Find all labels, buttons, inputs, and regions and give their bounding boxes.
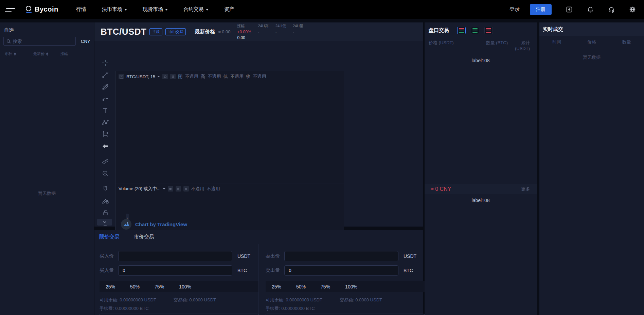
toolbar-collapse-button[interactable] <box>97 219 112 226</box>
buy-price-unit: USDT <box>237 253 250 259</box>
tradingview-logo-icon <box>121 219 131 230</box>
badge-spot-trade: 币币交易 <box>165 28 186 35</box>
forecast-tool-icon[interactable] <box>101 130 110 139</box>
buy-amount-input[interactable] <box>118 265 232 276</box>
buy-percent-row: 25% 50% 75% 100% <box>100 281 258 292</box>
ohlc-open: 開=不適用 <box>178 73 198 80</box>
chevron-down-icon <box>206 9 209 11</box>
column-header-last-price[interactable]: 最新价 <box>33 51 60 56</box>
stat-24h-high: 24H高 - <box>258 23 269 34</box>
column-header-amount: 数量 (BTC) <box>475 40 508 51</box>
sort-icon <box>46 52 48 56</box>
buy-percent-50[interactable]: 50% <box>130 284 140 289</box>
sell-percent-100[interactable]: 100% <box>345 284 357 289</box>
column-header-price: 价格 <box>574 39 609 45</box>
currency-selector[interactable]: CNY <box>81 39 90 44</box>
toolbar-divider <box>100 181 111 181</box>
chevron-down-icon <box>163 188 165 189</box>
legend-eye-icon[interactable] <box>162 74 168 79</box>
book-mode-both-icon[interactable] <box>457 27 466 34</box>
sell-price-input[interactable] <box>284 251 398 261</box>
sell-fee: 手续费: 0.00000000 BTC <box>266 305 423 312</box>
sell-submit-button[interactable] <box>266 314 425 315</box>
buy-percent-100[interactable]: 100% <box>179 284 191 289</box>
sell-amount-label: 卖出量 <box>266 267 284 273</box>
trade-panel: 限价交易 市价交易 买入价 USDT 买入量 BTC 25% 50% 75% 1… <box>94 230 423 315</box>
buy-submit-button[interactable] <box>100 314 258 315</box>
magnet-tool-icon[interactable] <box>101 184 110 193</box>
symbol-interval-dropdown[interactable]: BTC/USDT, 15 <box>126 74 160 79</box>
lock-all-icon[interactable] <box>101 208 110 217</box>
buy-fee: 手续费: 0.00000000 BTC <box>100 305 258 312</box>
column-header-price: 价格 (USDT) <box>429 40 475 51</box>
search-icon <box>6 39 11 44</box>
brand-logo[interactable]: Bycoin <box>25 5 58 13</box>
buy-price-label: 买入价 <box>100 253 118 259</box>
tradingview-attribution[interactable]: Chart by TradingView <box>121 219 187 230</box>
legend-settings-icon[interactable] <box>170 74 176 79</box>
column-header-coin[interactable]: 币种 <box>5 51 33 56</box>
nav-item-assets[interactable]: 资产 <box>224 6 234 13</box>
legend-collapse-icon[interactable] <box>119 74 124 79</box>
brush-tool-icon[interactable] <box>101 94 110 103</box>
sell-price-label: 卖出价 <box>266 253 284 259</box>
sell-percent-50[interactable]: 50% <box>296 284 306 289</box>
text-tool-icon[interactable] <box>101 106 110 115</box>
chart-legend: BTC/USDT, 15 開=不適用 高=不適用 低=不適用 收=不適用 <box>115 71 344 80</box>
buy-percent-25[interactable]: 25% <box>106 284 115 289</box>
nav-item-spot-market[interactable]: 现货市场 <box>143 6 168 13</box>
sell-percent-25[interactable]: 25% <box>272 284 281 289</box>
globe-icon[interactable] <box>629 6 636 13</box>
orderbook-columns: 价格 (USDT) 数量 (BTC) 累计 (USDT) <box>425 40 537 51</box>
orderbook-panel: 盘口交易 价格 (USDT) 数量 (BTC) 累计 (USDT) label1… <box>425 22 537 315</box>
tab-limit-trade[interactable]: 限价交易 <box>99 234 120 240</box>
ruler-tool-icon[interactable] <box>101 157 110 166</box>
zoom-in-tool-icon[interactable] <box>101 169 110 178</box>
crosshair-tool-icon[interactable] <box>101 59 110 67</box>
nav-item-fiat-market[interactable]: 法币市场 <box>102 6 127 13</box>
brand-name: Bycoin <box>35 5 58 13</box>
trades-title: 实时成交 <box>539 22 644 36</box>
volume-study-dropdown[interactable]: Volume (20) 载入中... <box>119 186 165 192</box>
search-input[interactable] <box>13 39 73 44</box>
nav-menu: 行情 法币市场 现货市场 合约交易 资产 <box>76 6 234 13</box>
download-icon[interactable] <box>566 6 573 13</box>
gann-fib-tool-icon[interactable] <box>101 82 110 91</box>
xabcd-pattern-tool-icon[interactable] <box>101 118 110 127</box>
book-mode-bids-icon[interactable] <box>471 27 479 34</box>
headset-icon[interactable] <box>608 6 615 13</box>
last-price-label: 最新价格 <box>195 29 215 35</box>
more-link[interactable]: 更多 <box>521 186 530 192</box>
chevron-down-icon <box>165 9 168 11</box>
column-header-total: 累计 (USDT) <box>508 40 530 51</box>
volume-eye-icon[interactable] <box>168 186 173 192</box>
nav-item-contract-trade[interactable]: 合约交易 <box>183 6 209 13</box>
volume-close-icon[interactable] <box>183 186 189 192</box>
buy-amount-unit: BTC <box>237 268 247 273</box>
register-button[interactable]: 注册 <box>530 4 552 15</box>
stat-24h-volume: 24H量 - <box>293 23 303 34</box>
buy-percent-75[interactable]: 75% <box>155 284 164 289</box>
trend-line-tool-icon[interactable] <box>101 70 110 79</box>
nav-item-quotes[interactable]: 行情 <box>76 6 86 13</box>
sell-amount-input[interactable] <box>284 265 398 276</box>
asks-placeholder: label108 <box>425 58 537 63</box>
last-price-row: ≈ 0 CNY 更多 <box>425 184 537 194</box>
change-value: 0.00 <box>237 35 251 40</box>
drawing-lock-icon[interactable] <box>101 196 110 205</box>
chart-panel: BTC/USDT 主板 币币交易 最新价格 ≈ 0.00 涨幅 +0.00% 0… <box>94 22 423 227</box>
change-label: 涨幅 <box>237 23 251 29</box>
sell-percent-75[interactable]: 75% <box>321 284 330 289</box>
buy-amount-label: 买入量 <box>100 267 118 273</box>
column-header-change[interactable]: 涨幅 <box>60 51 68 56</box>
chevron-down-icon <box>157 76 160 77</box>
menu-icon[interactable] <box>5 7 15 13</box>
volume-settings-icon[interactable] <box>176 186 181 192</box>
bell-icon[interactable] <box>587 6 594 13</box>
tab-market-trade[interactable]: 市价交易 <box>134 234 154 240</box>
login-link[interactable]: 登录 <box>509 6 520 13</box>
back-arrow-icon[interactable] <box>101 142 110 151</box>
book-mode-asks-icon[interactable] <box>484 27 493 34</box>
change-percent: +0.00% <box>237 30 251 34</box>
buy-price-input[interactable] <box>118 251 232 261</box>
